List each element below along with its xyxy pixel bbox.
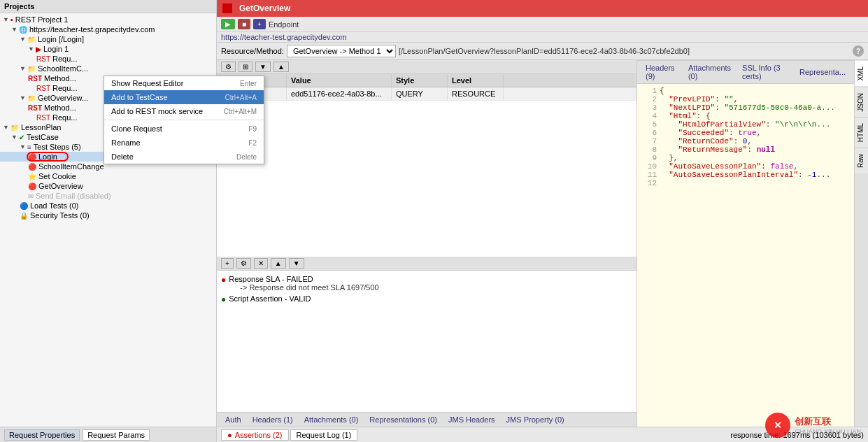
tree-label: Test Steps (5) xyxy=(34,143,81,151)
menu-item-label: Add to REST mock service xyxy=(111,107,203,115)
tree-item-security-tests[interactable]: 🔒 Security Tests (0) xyxy=(0,211,216,220)
params-toolbar: ⚙ ⊞ ▼ ▲ xyxy=(217,60,636,74)
params-area: ⚙ ⊞ ▼ ▲ Name Value Style Level xyxy=(217,60,637,427)
assertions-area: + ⚙ ✕ ▲ ▼ ● Response SLA - FAILED xyxy=(217,257,636,413)
tab-jms-headers[interactable]: JMS Headers xyxy=(444,414,499,425)
json-code-viewer: 1{ 2 "PrevLPID": "", 3 "NextLPID": "5716… xyxy=(637,84,854,427)
menu-clone-request[interactable]: Clone Request F9 xyxy=(104,122,264,136)
menu-delete[interactable]: Delete Delete xyxy=(104,150,264,164)
json-content-area: Headers (9) Attachments (0) SSL Info (3 … xyxy=(637,60,854,427)
json-line-5: 5 "HtmlOfPartialView": "\r\n\r\n... xyxy=(640,120,851,129)
json-line-7: 7 "ReturnCode": 0, xyxy=(640,137,851,145)
tab-representa[interactable]: Representa... xyxy=(795,66,850,78)
resource-method-select[interactable]: GetOverview -> Method 1 xyxy=(287,45,396,57)
json-line-1: 1{ xyxy=(640,87,851,95)
endpoint-label: Endpoint xyxy=(269,20,299,29)
tree-label: REST Project 1 xyxy=(15,15,69,24)
menu-add-to-mock[interactable]: Add to REST mock service Ctrl+Alt+M xyxy=(104,104,264,118)
params-table-header: Name Value Style Level xyxy=(217,74,636,87)
tab-headers-resp[interactable]: Headers (9) xyxy=(641,62,681,82)
cell-style: QUERY xyxy=(392,87,448,100)
tab-html[interactable]: HTML xyxy=(855,117,868,148)
tree-label: Load Tests (0) xyxy=(30,201,79,210)
tree-label: https://teacher-test.grapecitydev.com xyxy=(29,25,155,34)
watermark: ✕ 创新互联 CHUANG XIN HU LIAN xyxy=(765,413,861,438)
left-panel: Projects ▼ ▪ REST Project 1 ▼ 🌐 https://… xyxy=(0,0,217,442)
add-button[interactable]: + xyxy=(253,19,266,29)
json-line-3: 3 "NextLPID": "571677d5-50c0-46a0-a... xyxy=(640,104,851,112)
assertions-content: ● Response SLA - FAILED -> Response did … xyxy=(217,271,636,413)
tree-label: Security Tests (0) xyxy=(30,211,90,220)
params-down-btn[interactable]: ▼ xyxy=(255,62,271,72)
json-panel: Headers (9) Attachments (0) SSL Info (3 … xyxy=(637,60,868,427)
status-bar-left: ● Assertions (2) Request Log (1) xyxy=(221,429,726,441)
menu-add-to-testcase[interactable]: Add to TestCase Ctrl+Alt+A xyxy=(104,90,264,104)
tab-attachments[interactable]: Attachments (0) xyxy=(300,414,363,425)
menu-show-request-editor[interactable]: Show Request Editor Enter xyxy=(104,76,264,90)
expand-icon: ▼ xyxy=(20,36,26,43)
tab-jms-property[interactable]: JMS Property (0) xyxy=(502,414,569,425)
col-value: Value xyxy=(287,74,392,87)
assertions-tab-label: Assertions (2) xyxy=(235,431,283,439)
menu-rename[interactable]: Rename F2 xyxy=(104,136,264,150)
tree-item-setcookie-step[interactable]: ⭐ Set Cookie xyxy=(0,171,216,181)
params-btn-2[interactable]: ⊞ xyxy=(239,62,252,72)
tree-label: Requ... xyxy=(52,55,77,63)
assertion-sub-1: -> Response did not meet SLA 1697/500 xyxy=(240,283,378,292)
tree-item-rest-project[interactable]: ▼ ▪ REST Project 1 xyxy=(0,15,216,24)
title-icon xyxy=(222,3,232,13)
expand-icon: ▼ xyxy=(20,143,26,150)
tree-item-getoverview-step[interactable]: 🔴 GetOverview xyxy=(0,181,216,191)
tab-representations[interactable]: Representations (0) xyxy=(365,414,441,425)
cell-value[interactable]: edd51176-ece2-4a03-8b... xyxy=(287,87,392,100)
stop-button[interactable]: ■ xyxy=(238,19,250,29)
menu-item-label: Clone Request xyxy=(111,124,162,133)
content-split: ⚙ ⊞ ▼ ▲ Name Value Style Level xyxy=(217,60,868,427)
tree-item-request1[interactable]: RST Requ... xyxy=(0,54,216,64)
cell-level: RESOURCE xyxy=(448,87,504,100)
endpoint-url[interactable]: https://teacher-test.grapecitydev.com xyxy=(221,33,347,41)
tree-item-base-url[interactable]: ▼ 🌐 https://teacher-test.grapecitydev.co… xyxy=(0,24,216,34)
expand-icon: ▼ xyxy=(3,16,9,23)
context-menu-divider xyxy=(104,120,264,120)
tree-item-schoolitem[interactable]: ▼ 📁 SchoolItemC... xyxy=(0,64,216,73)
tree-item-load-tests[interactable]: 🔵 Load Tests (0) xyxy=(0,201,216,211)
add-assertion-btn[interactable]: + xyxy=(221,258,234,269)
bottom-tabs-bar: ● Assertions (2) Request Log (1) xyxy=(221,429,357,441)
json-line-8: 8 "ReturnMessage": null xyxy=(640,145,851,154)
tab-auth[interactable]: Auth xyxy=(221,414,246,425)
delete-assertion-btn[interactable]: ✕ xyxy=(254,258,268,269)
tree-label: Requ... xyxy=(52,113,77,122)
endpoint-url-row: https://teacher-test.grapecitydev.com xyxy=(217,32,868,43)
help-button[interactable]: ? xyxy=(853,45,864,57)
down-assertion-btn[interactable]: ▼ xyxy=(289,258,304,269)
tab-json[interactable]: JSON xyxy=(855,87,868,117)
params-up-btn[interactable]: ▲ xyxy=(273,62,289,72)
tab-xml[interactable]: XML xyxy=(855,60,868,87)
params-btn-1[interactable]: ⚙ xyxy=(221,62,236,72)
run-button[interactable]: ▶ xyxy=(221,19,235,29)
menu-item-shortcut: Delete xyxy=(236,153,257,161)
tab-attachments-resp[interactable]: Attachments (0) xyxy=(684,62,735,82)
json-line-9: 9 }, xyxy=(640,154,851,162)
request-log-tab[interactable]: Request Log (1) xyxy=(290,429,358,441)
expand-icon: ▼ xyxy=(28,45,34,52)
request-params-tab[interactable]: Request Params xyxy=(83,429,150,441)
tree-item-login1[interactable]: ▼ ▶ Login 1 xyxy=(0,44,216,54)
json-line-2: 2 "PrevLPID": "", xyxy=(640,95,851,104)
tree-item-sendemail-step[interactable]: ✉ Send Email (disabled) xyxy=(0,191,216,201)
assertion-item-2: ● Script Assertion - VALID xyxy=(221,294,632,304)
right-panel: GetOverview ▶ ■ + Endpoint https://teach… xyxy=(217,0,868,442)
config-assertion-btn[interactable]: ⚙ xyxy=(236,258,251,269)
tab-headers[interactable]: Headers (1) xyxy=(248,414,297,425)
tab-ssl-info[interactable]: SSL Info (3 certs) xyxy=(738,62,792,82)
resource-label: Resource/Method: xyxy=(221,47,284,55)
tab-raw[interactable]: Raw xyxy=(855,148,868,173)
assertions-tab[interactable]: ● Assertions (2) xyxy=(221,429,289,441)
json-line-6: 6 "Succeeded": true, xyxy=(640,129,851,137)
menu-item-label: Add to TestCase xyxy=(111,93,168,101)
main-area: Projects ▼ ▪ REST Project 1 ▼ 🌐 https://… xyxy=(0,0,868,442)
up-assertion-btn[interactable]: ▲ xyxy=(271,258,286,269)
tree-item-login-resource[interactable]: ▼ 📁 Login [/Login] xyxy=(0,34,216,44)
request-properties-tab[interactable]: Request Properties xyxy=(4,429,80,441)
